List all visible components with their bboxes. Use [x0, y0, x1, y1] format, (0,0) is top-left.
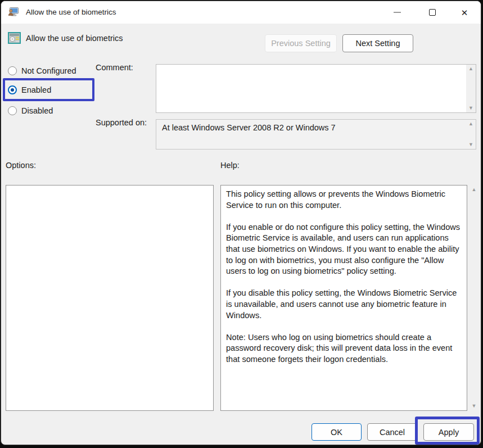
- title-bar: Allow the use of biometrics ✕: [1, 1, 481, 24]
- policy-setting-icon: [8, 32, 21, 44]
- setting-name: Allow the use of biometrics: [26, 34, 123, 43]
- radio-disabled[interactable]: Disabled: [8, 105, 53, 117]
- window-title: Allow the use of biometrics: [26, 8, 116, 16]
- radio-circle-icon: [8, 106, 17, 115]
- comment-textarea[interactable]: ▲ ▼: [156, 64, 476, 113]
- previous-setting-button[interactable]: Previous Setting: [265, 34, 337, 52]
- options-panel: [6, 185, 214, 411]
- next-setting-button[interactable]: Next Setting: [342, 34, 413, 52]
- apply-button[interactable]: Apply: [423, 423, 474, 441]
- comment-label: Comment:: [96, 63, 133, 72]
- group-policy-icon: [8, 7, 20, 18]
- ok-button[interactable]: OK: [312, 423, 362, 441]
- scroll-down-icon[interactable]: ▼: [472, 404, 477, 409]
- help-scrollbar[interactable]: ▲ ▼: [469, 185, 479, 411]
- radio-circle-icon: [8, 66, 17, 75]
- radio-selected-icon: [8, 85, 17, 94]
- help-label: Help:: [220, 161, 240, 170]
- supported-on-label: Supported on:: [96, 118, 147, 127]
- supported-on-value: At least Windows Server 2008 R2 or Windo…: [162, 123, 336, 132]
- supported-on-field: At least Windows Server 2008 R2 or Windo…: [156, 119, 476, 150]
- close-button[interactable]: ✕: [452, 1, 477, 24]
- maximize-icon: [429, 9, 436, 16]
- minimize-button[interactable]: [384, 1, 410, 24]
- scroll-down-icon[interactable]: ▼: [468, 142, 473, 147]
- supported-scrollbar[interactable]: ▲ ▼: [466, 120, 476, 149]
- scroll-up-icon[interactable]: ▲: [468, 66, 473, 71]
- policy-setting-dialog: Allow the use of biometrics ✕ Allow the …: [1, 1, 481, 445]
- minimize-icon: [394, 12, 401, 13]
- comment-scrollbar[interactable]: ▲ ▼: [466, 65, 476, 112]
- maximize-button[interactable]: [419, 1, 445, 24]
- scroll-up-icon[interactable]: ▲: [472, 187, 477, 192]
- radio-enabled[interactable]: Enabled: [8, 84, 51, 96]
- cancel-button[interactable]: Cancel: [367, 423, 417, 441]
- help-panel: This policy setting allows or prevents t…: [220, 185, 467, 411]
- scroll-up-icon[interactable]: ▲: [468, 121, 473, 126]
- scroll-down-icon[interactable]: ▼: [468, 106, 473, 111]
- help-text: This policy setting allows or prevents t…: [226, 189, 462, 365]
- options-label: Options:: [6, 161, 36, 170]
- radio-not-configured[interactable]: Not Configured: [8, 65, 76, 77]
- close-icon: ✕: [461, 8, 468, 17]
